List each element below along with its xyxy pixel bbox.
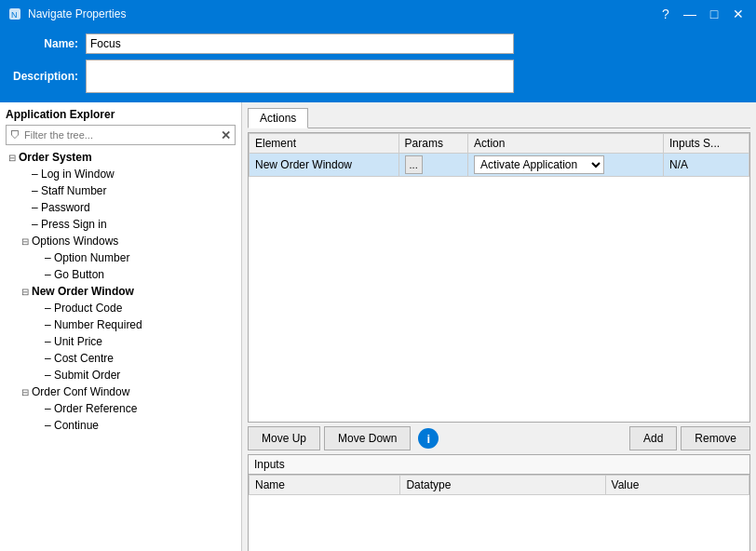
actions-table-container: Element Params Action Inputs S... New Or…: [248, 132, 750, 423]
actions-table: Element Params Action Inputs S... New Or…: [249, 133, 749, 177]
left-panel: Application Explorer ⛉ ✕ ⊟ Order System …: [0, 102, 242, 551]
cell-action: Activate Application: [468, 154, 664, 177]
col-params: Params: [398, 134, 468, 154]
inputs-header: Inputs: [249, 455, 749, 475]
tree-label: – Order Reference: [45, 402, 137, 415]
inputs-table: Name Datatype Value: [249, 475, 749, 495]
tree-label: – Log in Window: [32, 168, 115, 181]
tree-label: – Press Sign in: [32, 218, 107, 231]
tree-node-order-system[interactable]: ⊟ Order System: [6, 149, 236, 166]
maximize-button[interactable]: □: [704, 4, 724, 24]
filter-clear-icon[interactable]: ✕: [217, 128, 235, 142]
tree-label: – Product Code: [45, 302, 122, 315]
tree-node-password[interactable]: – Password: [19, 199, 236, 216]
tree-label: – Unit Price: [45, 335, 102, 348]
tree-label: – Option Number: [45, 251, 129, 264]
action-select[interactable]: Activate Application: [474, 155, 604, 174]
tree-node-cost-centre[interactable]: – Cost Centre: [32, 350, 236, 367]
app-icon: N: [7, 7, 22, 21]
info-icon[interactable]: i: [418, 428, 439, 449]
application-tree: ⊟ Order System – Log in Window – Staff N…: [6, 149, 236, 551]
name-input[interactable]: [86, 34, 514, 54]
tree-node-order-conf-window[interactable]: ⊟ Order Conf Window: [6, 383, 236, 400]
remove-button[interactable]: Remove: [681, 426, 750, 450]
main-content: Application Explorer ⛉ ✕ ⊟ Order System …: [0, 102, 756, 551]
action-dropdown: Activate Application: [474, 155, 657, 174]
tab-bar: Actions: [248, 108, 750, 128]
svg-text:N: N: [11, 10, 18, 20]
tree-label: – Cost Centre: [45, 352, 114, 365]
filter-icon: ⛉: [7, 129, 24, 141]
description-row: Description:: [11, 60, 745, 93]
tree-label: Order Conf Window: [32, 385, 129, 398]
tree-node-continue[interactable]: – Continue: [32, 417, 236, 434]
window-controls: ? — □ ✕: [655, 4, 749, 24]
minimize-button[interactable]: —: [680, 4, 700, 24]
inputs-section: Inputs Name Datatype Value: [248, 454, 750, 551]
add-button[interactable]: Add: [629, 426, 677, 450]
description-label: Description:: [11, 70, 78, 83]
right-panel: Actions Element Params Action Inputs S..…: [242, 102, 756, 551]
tree-node-press-sign-in[interactable]: – Press Sign in: [19, 216, 236, 233]
cell-inputs-s: N/A: [664, 154, 749, 177]
cell-params: ...: [398, 154, 468, 177]
tree-node-order-reference[interactable]: – Order Reference: [32, 400, 236, 417]
col-inputs-s: Inputs S...: [664, 134, 749, 154]
name-row: Name:: [11, 34, 745, 54]
table-row[interactable]: New Order Window ... Activate Applicatio…: [250, 154, 749, 177]
tree-node-product-code[interactable]: – Product Code: [32, 300, 236, 316]
tree-node-submit-order[interactable]: – Submit Order: [32, 367, 236, 383]
tree-node-log-in-window[interactable]: – Log in Window: [19, 166, 236, 182]
tree-label: Order System: [19, 151, 92, 164]
tree-label: – Staff Number: [32, 184, 106, 197]
help-button[interactable]: ?: [655, 4, 676, 24]
tree-label: – Go Button: [45, 268, 104, 281]
col-datatype: Datatype: [400, 476, 605, 495]
filter-input[interactable]: [24, 129, 217, 141]
col-element: Element: [250, 134, 399, 154]
tree-label: – Password: [32, 201, 90, 214]
tree-node-options-windows[interactable]: ⊟ Options Windows: [6, 233, 236, 249]
col-name: Name: [250, 476, 400, 495]
tree-label: – Continue: [45, 419, 99, 432]
name-label: Name:: [11, 37, 78, 50]
tree-label: New Order Window: [32, 285, 134, 298]
tree-node-new-order-window[interactable]: ⊟ New Order Window: [6, 283, 236, 300]
tree-node-go-button[interactable]: – Go Button: [32, 266, 236, 283]
action-buttons-row: Move Up Move Down i Add Remove: [248, 426, 750, 450]
title-bar: N Navigate Properties ? — □ ✕: [0, 0, 756, 28]
move-down-button[interactable]: Move Down: [324, 426, 411, 450]
filter-row: ⛉ ✕: [6, 125, 236, 145]
tree-node-staff-number[interactable]: – Staff Number: [19, 182, 236, 199]
tree-label: – Submit Order: [45, 369, 120, 382]
move-up-button[interactable]: Move Up: [248, 426, 320, 450]
close-button[interactable]: ✕: [728, 4, 749, 24]
window-title: Navigate Properties: [28, 7, 650, 20]
tree-node-number-required[interactable]: – Number Required: [32, 316, 236, 333]
tree-label: – Number Required: [45, 318, 142, 331]
toggle-icon: ⊟: [6, 153, 19, 163]
tree-node-option-number[interactable]: – Option Number: [32, 249, 236, 266]
tree-node-unit-price[interactable]: – Unit Price: [32, 333, 236, 350]
col-action: Action: [468, 134, 664, 154]
form-header: Name: Description:: [0, 28, 756, 102]
panel-title: Application Explorer: [6, 108, 236, 121]
cell-element: New Order Window: [250, 154, 399, 177]
description-input[interactable]: [86, 60, 514, 93]
tree-label: Options Windows: [32, 235, 118, 248]
tab-actions[interactable]: Actions: [248, 108, 308, 128]
col-value: Value: [605, 476, 749, 495]
params-button[interactable]: ...: [405, 155, 423, 174]
